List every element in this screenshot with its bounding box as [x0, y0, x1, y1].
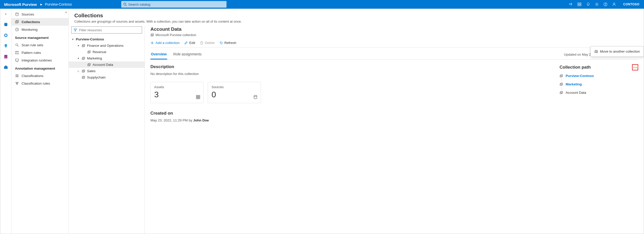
database-icon: [253, 95, 258, 99]
svg-point-34: [16, 76, 17, 77]
button-label: Refresh: [224, 41, 236, 45]
tree-root-label: Purview-Contoso: [76, 37, 104, 41]
nav-monitoring[interactable]: Monitoring: [11, 26, 68, 33]
rail-insights-icon[interactable]: [2, 42, 9, 50]
sources-card[interactable]: Sources 0: [208, 82, 261, 103]
nav-label: Sources: [22, 12, 34, 16]
notifications-icon[interactable]: [586, 2, 595, 6]
settings-icon[interactable]: [595, 2, 603, 6]
brand-label[interactable]: Microsoft Purview: [2, 2, 39, 7]
account-breadcrumb[interactable]: Purview-Contoso: [44, 2, 73, 6]
help-icon[interactable]: [603, 2, 612, 6]
card-label: Assets: [154, 85, 200, 89]
move-icon: [594, 50, 598, 53]
nav-classification-rules[interactable]: Classification rules: [11, 80, 68, 87]
svg-rect-60: [196, 95, 200, 99]
tree-label: Account Data: [93, 63, 113, 67]
svg-rect-19: [16, 20, 19, 22]
caret-down-icon: ▼: [77, 57, 80, 60]
svg-point-23: [15, 51, 16, 52]
collection-icon: [81, 44, 85, 48]
nav-scan-rule-sets[interactable]: Scan rule sets: [11, 41, 68, 49]
nav-label: Integration runtimes: [22, 58, 52, 62]
nav-pattern-rules[interactable]: Pattern rules: [11, 49, 68, 56]
directory-icon[interactable]: [578, 2, 586, 6]
move-collection-menu-item[interactable]: Move to another collection: [591, 48, 643, 55]
tree-label: Marketing: [87, 56, 102, 60]
main-area: Collections Collections are groupings of…: [69, 9, 644, 234]
svg-rect-5: [580, 5, 581, 6]
tree-label: Revenue: [93, 50, 106, 54]
nav-classifications[interactable]: Classifications: [11, 72, 68, 80]
tree-item-sales[interactable]: ▷ Sales: [71, 68, 142, 74]
svg-rect-29: [15, 59, 19, 61]
user-account-label[interactable]: CONTOSO: [621, 3, 642, 6]
svg-rect-3: [580, 3, 581, 4]
description-heading: Description: [150, 64, 544, 69]
svg-rect-51: [82, 77, 84, 79]
feedback-icon[interactable]: [612, 2, 621, 6]
nav-integration-runtimes[interactable]: Integration runtimes: [11, 56, 68, 64]
announcement-icon[interactable]: [569, 2, 578, 6]
path-separator: [562, 79, 638, 81]
path-label: Purview-Contoso: [566, 74, 594, 78]
card-value: 0: [212, 90, 257, 99]
tree-root[interactable]: ▼ Purview-Contoso: [71, 36, 142, 42]
svg-rect-72: [595, 51, 597, 53]
svg-point-65: [254, 95, 257, 97]
tab-overview[interactable]: Overview: [150, 50, 167, 59]
edit-button[interactable]: Edit: [184, 41, 195, 45]
svg-point-32: [16, 74, 17, 75]
filter-input-field[interactable]: [79, 28, 140, 32]
collection-icon: [81, 76, 85, 79]
svg-rect-54: [151, 34, 153, 35]
card-label: Sources: [212, 85, 257, 89]
svg-point-0: [124, 3, 126, 5]
page-title: Collections: [74, 12, 638, 19]
tree-item-finance[interactable]: ▼ Finance and Operations: [71, 42, 142, 49]
refresh-button[interactable]: Refresh: [219, 41, 236, 45]
nav-sources[interactable]: Sources: [11, 10, 68, 18]
path-item-root[interactable]: Purview-Contoso: [560, 73, 638, 79]
rail-map-icon[interactable]: [2, 32, 9, 39]
svg-line-22: [18, 45, 19, 46]
tree-item-revenue[interactable]: Revenue: [71, 49, 142, 55]
tree-item-supplychain[interactable]: Supplychain: [71, 74, 142, 81]
svg-rect-4: [578, 5, 579, 6]
filter-resources-input[interactable]: [71, 26, 142, 34]
collection-title: Account Data: [150, 26, 638, 32]
collection-icon: [87, 63, 91, 67]
collection-icon: [560, 74, 564, 78]
search-catalog-input[interactable]: Search catalog: [121, 1, 227, 8]
tree-item-marketing[interactable]: ▼ Marketing: [71, 55, 142, 61]
more-actions-button[interactable]: ⋯: [632, 64, 638, 70]
nav-collections[interactable]: Collections: [11, 18, 68, 26]
svg-rect-68: [560, 84, 562, 85]
tree-item-account-data[interactable]: Account Data: [69, 61, 145, 68]
path-item-marketing[interactable]: Marketing: [560, 81, 638, 87]
svg-rect-16: [5, 66, 7, 67]
path-label: Account Data: [566, 91, 586, 95]
collection-icon: [81, 69, 85, 73]
svg-point-26: [18, 53, 19, 54]
created-info: May 23, 2022, 11:29 PM by John Doe: [150, 118, 544, 122]
expand-rail-button[interactable]: »: [2, 10, 9, 18]
more-actions-menu: Move to another collection: [590, 46, 644, 57]
svg-rect-50: [83, 70, 85, 71]
svg-point-8: [605, 5, 606, 6]
rail-management-icon[interactable]: [2, 64, 9, 71]
rail-data-icon[interactable]: [2, 21, 9, 28]
collapse-sidebar-button[interactable]: «: [65, 10, 67, 14]
nav-label: Classification rules: [22, 82, 50, 85]
tree-label: Supplychain: [87, 75, 106, 79]
svg-rect-18: [15, 21, 18, 23]
rail-policy-icon[interactable]: [2, 53, 9, 60]
svg-line-40: [17, 83, 18, 84]
svg-rect-52: [83, 76, 85, 78]
chevron-right-icon: ▶: [39, 3, 44, 6]
svg-rect-70: [560, 92, 562, 94]
description-body: No description for this collection: [150, 72, 544, 76]
assets-card[interactable]: Assets 3: [150, 82, 204, 103]
add-collection-button[interactable]: Add a collection: [150, 41, 180, 45]
tab-role-assignments[interactable]: Role assignments: [173, 50, 202, 59]
